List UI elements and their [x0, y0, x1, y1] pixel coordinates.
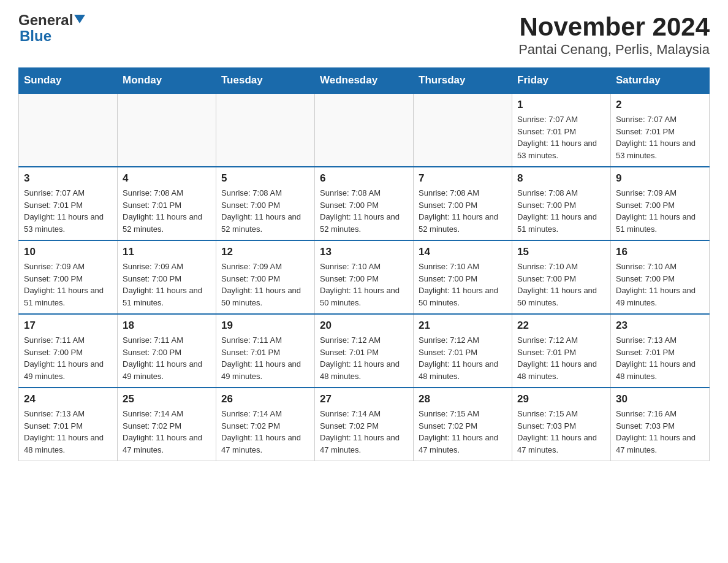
header-sunday: Sunday — [19, 68, 118, 94]
logo: General Blue — [18, 12, 85, 45]
day-number: 1 — [517, 99, 605, 111]
day-info: Sunrise: 7:11 AMSunset: 7:00 PMDaylight:… — [123, 334, 211, 382]
calendar-cell: 10Sunrise: 7:09 AMSunset: 7:00 PMDayligh… — [19, 240, 118, 314]
day-number: 28 — [419, 393, 507, 405]
day-info: Sunrise: 7:10 AMSunset: 7:00 PMDaylight:… — [517, 261, 605, 308]
day-info: Sunrise: 7:09 AMSunset: 7:00 PMDaylight:… — [24, 261, 112, 308]
logo-blue-text: Blue — [20, 28, 85, 44]
day-info: Sunrise: 7:11 AMSunset: 7:01 PMDaylight:… — [221, 334, 309, 382]
day-number: 22 — [517, 320, 605, 332]
calendar-cell: 15Sunrise: 7:10 AMSunset: 7:00 PMDayligh… — [512, 240, 611, 314]
header-wednesday: Wednesday — [315, 68, 414, 94]
day-info: Sunrise: 7:15 AMSunset: 7:03 PMDaylight:… — [517, 408, 605, 456]
calendar-cell: 26Sunrise: 7:14 AMSunset: 7:02 PMDayligh… — [216, 388, 315, 461]
calendar-week-row: 24Sunrise: 7:13 AMSunset: 7:01 PMDayligh… — [19, 388, 710, 461]
calendar-cell — [216, 93, 315, 167]
day-info: Sunrise: 7:12 AMSunset: 7:01 PMDaylight:… — [320, 334, 408, 382]
day-number: 12 — [221, 246, 309, 258]
day-info: Sunrise: 7:07 AMSunset: 7:01 PMDaylight:… — [616, 113, 704, 161]
day-info: Sunrise: 7:10 AMSunset: 7:00 PMDaylight:… — [616, 261, 704, 308]
day-number: 15 — [517, 246, 605, 258]
day-number: 21 — [419, 320, 507, 332]
day-number: 17 — [24, 320, 112, 332]
day-number: 6 — [320, 172, 408, 185]
calendar-cell: 12Sunrise: 7:09 AMSunset: 7:00 PMDayligh… — [216, 240, 315, 314]
calendar-cell: 17Sunrise: 7:11 AMSunset: 7:00 PMDayligh… — [19, 314, 118, 388]
day-number: 29 — [517, 393, 605, 405]
day-number: 7 — [419, 172, 507, 185]
calendar-cell — [19, 93, 118, 167]
day-number: 10 — [24, 246, 112, 258]
header-friday: Friday — [512, 68, 611, 94]
day-info: Sunrise: 7:13 AMSunset: 7:01 PMDaylight:… — [24, 408, 112, 456]
calendar-subtitle: Pantai Cenang, Perlis, Malaysia — [518, 42, 710, 58]
calendar-cell: 4Sunrise: 7:08 AMSunset: 7:01 PMDaylight… — [118, 167, 216, 240]
calendar-cell: 21Sunrise: 7:12 AMSunset: 7:01 PMDayligh… — [414, 314, 512, 388]
day-info: Sunrise: 7:07 AMSunset: 7:01 PMDaylight:… — [517, 113, 605, 161]
calendar-cell: 25Sunrise: 7:14 AMSunset: 7:02 PMDayligh… — [118, 388, 216, 461]
day-number: 4 — [123, 172, 211, 185]
header-tuesday: Tuesday — [216, 68, 315, 94]
day-info: Sunrise: 7:14 AMSunset: 7:02 PMDaylight:… — [320, 408, 408, 456]
calendar-cell: 1Sunrise: 7:07 AMSunset: 7:01 PMDaylight… — [512, 93, 611, 167]
calendar-cell: 18Sunrise: 7:11 AMSunset: 7:00 PMDayligh… — [118, 314, 216, 388]
calendar-cell: 6Sunrise: 7:08 AMSunset: 7:00 PMDaylight… — [315, 167, 414, 240]
day-info: Sunrise: 7:14 AMSunset: 7:02 PMDaylight:… — [221, 408, 309, 456]
header-thursday: Thursday — [414, 68, 512, 94]
day-info: Sunrise: 7:14 AMSunset: 7:02 PMDaylight:… — [123, 408, 211, 456]
day-info: Sunrise: 7:08 AMSunset: 7:01 PMDaylight:… — [123, 187, 211, 235]
calendar-title: November 2024 — [518, 12, 710, 42]
day-number: 2 — [616, 99, 704, 111]
day-number: 30 — [616, 393, 704, 405]
calendar-header: Sunday Monday Tuesday Wednesday Thursday… — [19, 68, 710, 94]
title-section: November 2024 Pantai Cenang, Perlis, Mal… — [518, 12, 710, 58]
day-info: Sunrise: 7:09 AMSunset: 7:00 PMDaylight:… — [123, 261, 211, 308]
calendar-cell: 5Sunrise: 7:08 AMSunset: 7:00 PMDaylight… — [216, 167, 315, 240]
day-number: 27 — [320, 393, 408, 405]
day-info: Sunrise: 7:09 AMSunset: 7:00 PMDaylight:… — [616, 187, 704, 235]
calendar-cell — [315, 93, 414, 167]
day-number: 25 — [123, 393, 211, 405]
day-info: Sunrise: 7:12 AMSunset: 7:01 PMDaylight:… — [517, 334, 605, 382]
calendar-cell — [414, 93, 512, 167]
day-number: 16 — [616, 246, 704, 258]
day-number: 8 — [517, 172, 605, 185]
calendar-week-row: 1Sunrise: 7:07 AMSunset: 7:01 PMDaylight… — [19, 93, 710, 167]
day-number: 11 — [123, 246, 211, 258]
day-number: 5 — [221, 172, 309, 185]
day-number: 18 — [123, 320, 211, 332]
weekday-header-row: Sunday Monday Tuesday Wednesday Thursday… — [19, 68, 710, 94]
day-info: Sunrise: 7:10 AMSunset: 7:00 PMDaylight:… — [320, 261, 408, 308]
calendar-cell: 22Sunrise: 7:12 AMSunset: 7:01 PMDayligh… — [512, 314, 611, 388]
calendar-week-row: 17Sunrise: 7:11 AMSunset: 7:00 PMDayligh… — [19, 314, 710, 388]
calendar-cell: 3Sunrise: 7:07 AMSunset: 7:01 PMDaylight… — [19, 167, 118, 240]
calendar-cell: 27Sunrise: 7:14 AMSunset: 7:02 PMDayligh… — [315, 388, 414, 461]
calendar-cell: 8Sunrise: 7:08 AMSunset: 7:00 PMDaylight… — [512, 167, 611, 240]
day-number: 23 — [616, 320, 704, 332]
calendar-cell: 9Sunrise: 7:09 AMSunset: 7:00 PMDaylight… — [611, 167, 710, 240]
day-info: Sunrise: 7:08 AMSunset: 7:00 PMDaylight:… — [221, 187, 309, 235]
day-info: Sunrise: 7:11 AMSunset: 7:00 PMDaylight:… — [24, 334, 112, 382]
calendar-cell: 24Sunrise: 7:13 AMSunset: 7:01 PMDayligh… — [19, 388, 118, 461]
calendar-cell: 28Sunrise: 7:15 AMSunset: 7:02 PMDayligh… — [414, 388, 512, 461]
calendar-week-row: 3Sunrise: 7:07 AMSunset: 7:01 PMDaylight… — [19, 167, 710, 240]
day-info: Sunrise: 7:15 AMSunset: 7:02 PMDaylight:… — [419, 408, 507, 456]
calendar-cell: 19Sunrise: 7:11 AMSunset: 7:01 PMDayligh… — [216, 314, 315, 388]
calendar-table: Sunday Monday Tuesday Wednesday Thursday… — [18, 67, 710, 461]
day-info: Sunrise: 7:08 AMSunset: 7:00 PMDaylight:… — [419, 187, 507, 235]
calendar-cell — [118, 93, 216, 167]
calendar-cell: 7Sunrise: 7:08 AMSunset: 7:00 PMDaylight… — [414, 167, 512, 240]
day-info: Sunrise: 7:07 AMSunset: 7:01 PMDaylight:… — [24, 187, 112, 235]
calendar-cell: 2Sunrise: 7:07 AMSunset: 7:01 PMDaylight… — [611, 93, 710, 167]
day-number: 26 — [221, 393, 309, 405]
logo-triangle-icon — [74, 15, 85, 23]
calendar-cell: 11Sunrise: 7:09 AMSunset: 7:00 PMDayligh… — [118, 240, 216, 314]
day-info: Sunrise: 7:13 AMSunset: 7:01 PMDaylight:… — [616, 334, 704, 382]
day-info: Sunrise: 7:08 AMSunset: 7:00 PMDaylight:… — [320, 187, 408, 235]
header-monday: Monday — [118, 68, 216, 94]
calendar-cell: 29Sunrise: 7:15 AMSunset: 7:03 PMDayligh… — [512, 388, 611, 461]
calendar-cell: 14Sunrise: 7:10 AMSunset: 7:00 PMDayligh… — [414, 240, 512, 314]
day-number: 19 — [221, 320, 309, 332]
day-number: 9 — [616, 172, 704, 185]
day-number: 13 — [320, 246, 408, 258]
